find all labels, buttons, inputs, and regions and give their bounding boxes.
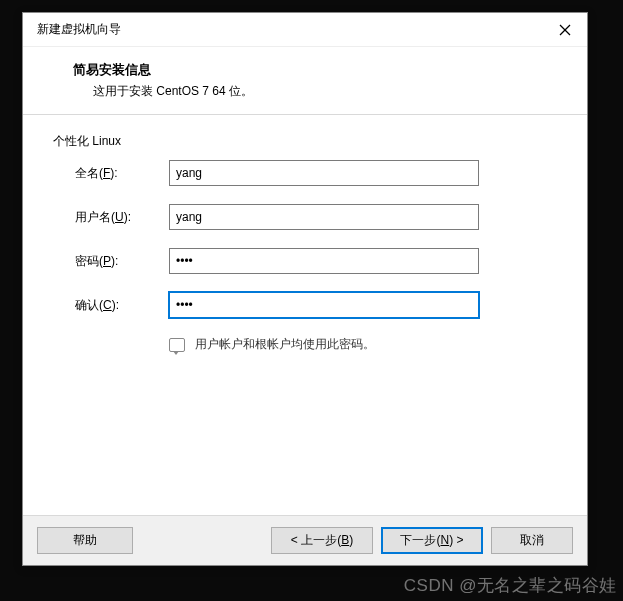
close-button[interactable] [542, 13, 587, 47]
section-label: 个性化 Linux [53, 133, 557, 150]
row-username: 用户名(U): [53, 204, 557, 230]
wizard-dialog: 新建虚拟机向导 简易安装信息 这用于安装 CentOS 7 64 位。 个性化 … [22, 12, 588, 566]
confirm-field[interactable] [169, 292, 479, 318]
back-button[interactable]: < 上一步(B) [271, 527, 373, 554]
label-password: 密码(P): [75, 253, 169, 270]
label-fullname: 全名(F): [75, 165, 169, 182]
fullname-field[interactable] [169, 160, 479, 186]
wizard-content: 个性化 Linux 全名(F): 用户名(U): 密码(P): 确认(C): [23, 115, 587, 515]
window-title: 新建虚拟机向导 [37, 21, 121, 38]
wizard-footer: 帮助 < 上一步(B) 下一步(N) > 取消 [23, 515, 587, 565]
label-confirm: 确认(C): [75, 297, 169, 314]
header-subtitle: 这用于安装 CentOS 7 64 位。 [73, 83, 587, 100]
row-fullname: 全名(F): [53, 160, 557, 186]
row-confirm: 确认(C): [53, 292, 557, 318]
next-button[interactable]: 下一步(N) > [381, 527, 483, 554]
note-text: 用户帐户和根帐户均使用此密码。 [195, 336, 375, 353]
username-field[interactable] [169, 204, 479, 230]
close-icon [559, 24, 571, 36]
cancel-button[interactable]: 取消 [491, 527, 573, 554]
help-button[interactable]: 帮助 [37, 527, 133, 554]
password-note: 用户帐户和根帐户均使用此密码。 [53, 336, 557, 353]
label-username: 用户名(U): [75, 209, 169, 226]
info-balloon-icon [169, 338, 185, 352]
header-title: 简易安装信息 [73, 61, 587, 79]
row-password: 密码(P): [53, 248, 557, 274]
titlebar: 新建虚拟机向导 [23, 13, 587, 47]
wizard-header: 简易安装信息 这用于安装 CentOS 7 64 位。 [23, 47, 587, 115]
password-field[interactable] [169, 248, 479, 274]
